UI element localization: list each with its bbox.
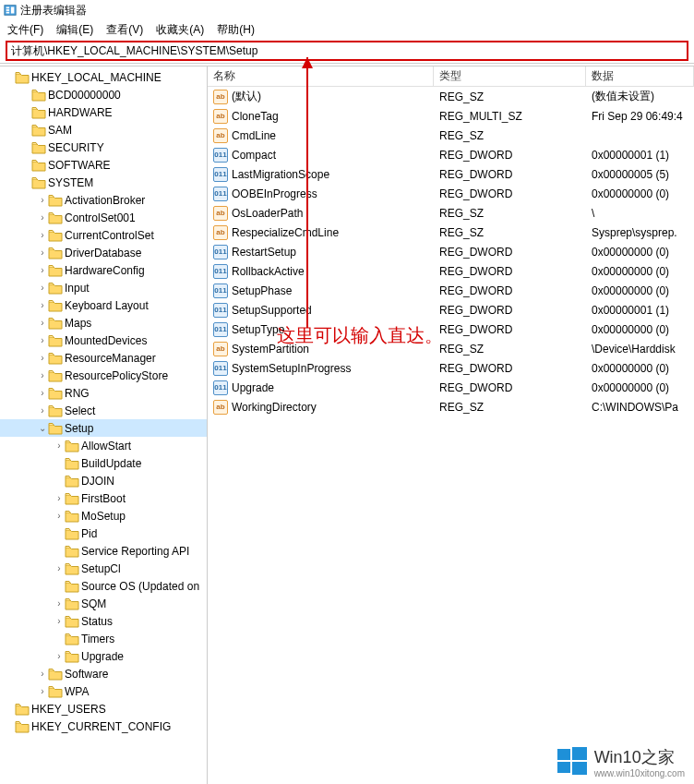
value-row[interactable]: abCmdLineREG_SZ [208, 126, 694, 145]
tree-item[interactable]: ›HardwareConfig [0, 261, 207, 279]
tree-item[interactable]: ›SQM [0, 595, 207, 612]
folder-icon [65, 615, 79, 628]
expand-icon[interactable]: › [37, 212, 48, 223]
tree-item[interactable]: ›Status [0, 612, 207, 630]
tree-item[interactable]: ›BCD00000000 [0, 86, 207, 103]
string-value-icon: ab [213, 206, 228, 221]
tree-item[interactable]: ›Maps [0, 314, 207, 332]
value-row[interactable]: 011CompactREG_DWORD0x00000001 (1) [208, 145, 694, 164]
tree-item[interactable]: ›HKEY_LOCAL_MACHINE [0, 68, 207, 86]
expand-icon[interactable]: › [37, 405, 48, 416]
expand-icon[interactable]: › [37, 265, 48, 275]
tree-item[interactable]: ›SECURITY [0, 139, 207, 156]
tree-item[interactable]: ›Software [0, 665, 207, 682]
tree-item[interactable]: ›Timers [0, 630, 207, 647]
value-row[interactable]: 011RestartSetupREG_DWORD0x00000000 (0) [208, 242, 694, 261]
registry-tree[interactable]: ›HKEY_LOCAL_MACHINE›BCD00000000›HARDWARE… [0, 66, 208, 784]
expand-icon[interactable]: › [54, 511, 65, 521]
expand-icon[interactable]: › [54, 563, 65, 573]
menu-file[interactable]: 文件(F) [7, 22, 43, 38]
tree-item[interactable]: ›Upgrade [0, 647, 207, 665]
value-row[interactable]: abRespecializeCmdLineREG_SZSysprep\syspr… [208, 223, 694, 242]
tree-item[interactable]: ›ResourceManager [0, 349, 207, 367]
expand-icon[interactable]: › [54, 651, 65, 661]
tree-item[interactable]: ›ControlSet001 [0, 209, 207, 226]
expand-icon[interactable]: › [37, 370, 48, 380]
tree-item[interactable]: ›Service Reporting API [0, 542, 207, 560]
value-row[interactable]: abSystemPartitionREG_SZ\Device\Harddisk [208, 339, 694, 358]
value-row[interactable]: abCloneTagREG_MULTI_SZFri Sep 29 06:49:4 [208, 106, 694, 126]
watermark-brand: Win10之家 [594, 746, 685, 768]
tree-item[interactable]: ›HKEY_USERS [0, 700, 207, 718]
expand-icon[interactable]: › [37, 335, 48, 345]
expand-icon[interactable]: › [37, 353, 48, 363]
value-row[interactable]: 011SystemSetupInProgressREG_DWORD0x00000… [208, 358, 694, 378]
tree-item[interactable]: ›Source OS (Updated on [0, 577, 207, 595]
expand-icon[interactable]: › [37, 686, 48, 696]
tree-item[interactable]: ›RNG [0, 384, 207, 402]
tree-item-label: HKEY_USERS [31, 703, 106, 716]
tree-item[interactable]: ›DriverDatabase [0, 244, 207, 261]
menu-edit[interactable]: 编辑(E) [56, 22, 93, 38]
tree-item[interactable]: ›BuildUpdate [0, 454, 207, 472]
app-icon [4, 4, 17, 17]
tree-item[interactable]: ›ResourcePolicyStore [0, 367, 207, 384]
tree-item[interactable]: ›ActivationBroker [0, 191, 207, 209]
value-row[interactable]: 011LastMigrationScopeREG_DWORD0x00000005… [208, 164, 694, 184]
tree-item[interactable]: ›HKEY_CURRENT_CONFIG [0, 718, 207, 735]
tree-item[interactable]: ›SetupCl [0, 560, 207, 577]
expand-icon[interactable]: › [37, 283, 48, 293]
col-header-data[interactable]: 数据 [586, 66, 694, 86]
expand-icon[interactable]: › [54, 616, 65, 626]
value-row[interactable]: ab(默认)REG_SZ(数值未设置) [208, 87, 694, 106]
tree-item[interactable]: ›DJOIN [0, 472, 207, 489]
value-row[interactable]: 011OOBEInProgressREG_DWORD0x00000000 (0) [208, 184, 694, 203]
tree-item[interactable]: ›CurrentControlSet [0, 226, 207, 244]
tree-item[interactable]: ⌄Setup [0, 419, 207, 437]
tree-item[interactable]: ›Select [0, 402, 207, 419]
expand-icon[interactable]: › [37, 388, 48, 398]
tree-item[interactable]: ›Keyboard Layout [0, 296, 207, 314]
expand-icon[interactable]: › [37, 247, 48, 258]
col-header-name[interactable]: 名称 [208, 66, 434, 86]
tree-item-label: Service Reporting API [81, 545, 189, 558]
expand-icon[interactable]: › [37, 318, 48, 328]
tree-item[interactable]: ›Pid [0, 525, 207, 542]
col-header-type[interactable]: 类型 [434, 66, 586, 86]
expand-icon[interactable]: › [37, 300, 48, 310]
tree-item[interactable]: ›WPA [0, 682, 207, 700]
expand-icon[interactable]: › [37, 669, 48, 679]
expand-icon[interactable]: › [54, 598, 65, 609]
value-row[interactable]: 011SetupSupportedREG_DWORD0x00000001 (1) [208, 300, 694, 320]
menu-favorites[interactable]: 收藏夹(A) [156, 22, 204, 38]
value-row[interactable]: 011RollbackActiveREG_DWORD0x00000000 (0) [208, 261, 694, 281]
expand-icon[interactable]: › [37, 230, 48, 240]
value-row[interactable]: abOsLoaderPathREG_SZ\ [208, 203, 694, 223]
tree-item[interactable]: ›MoSetup [0, 507, 207, 525]
value-row[interactable]: 011UpgradeREG_DWORD0x00000000 (0) [208, 378, 694, 397]
tree-item[interactable]: ›SYSTEM [0, 174, 207, 191]
value-row[interactable]: 011SetupTypeREG_DWORD0x00000000 (0) [208, 320, 694, 339]
value-listview[interactable]: 名称 类型 数据 ab(默认)REG_SZ(数值未设置)abCloneTagRE… [208, 66, 694, 784]
value-row[interactable]: abWorkingDirectoryREG_SZC:\WINDOWS\Pa [208, 397, 694, 416]
tree-item[interactable]: ›SAM [0, 121, 207, 139]
tree-item[interactable]: ›FirstBoot [0, 489, 207, 507]
tree-item-label: ResourcePolicyStore [65, 369, 168, 382]
menu-help[interactable]: 帮助(H) [217, 22, 255, 38]
folder-icon [48, 685, 63, 698]
value-name: OsLoaderPath [232, 207, 303, 220]
svg-rect-4 [11, 7, 15, 14]
menu-view[interactable]: 查看(V) [106, 22, 143, 38]
expand-icon[interactable]: › [37, 195, 48, 205]
binary-value-icon: 011 [213, 264, 228, 279]
tree-item[interactable]: ›SOFTWARE [0, 156, 207, 174]
address-bar[interactable]: 计算机\HKEY_LOCAL_MACHINE\SYSTEM\Setup [6, 41, 688, 61]
collapse-icon[interactable]: ⌄ [37, 423, 48, 433]
tree-item[interactable]: ›AllowStart [0, 437, 207, 454]
expand-icon[interactable]: › [54, 493, 65, 503]
tree-item[interactable]: ›MountedDevices [0, 332, 207, 349]
value-row[interactable]: 011SetupPhaseREG_DWORD0x00000000 (0) [208, 281, 694, 300]
expand-icon[interactable]: › [54, 440, 65, 451]
tree-item[interactable]: ›HARDWARE [0, 103, 207, 121]
tree-item[interactable]: ›Input [0, 279, 207, 296]
